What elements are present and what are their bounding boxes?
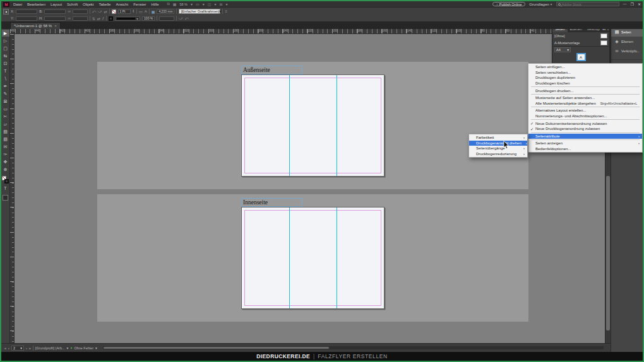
spread-title-frame[interactable]: Innenseite <box>241 198 302 207</box>
zoom-tool[interactable]: ⊕ <box>2 166 9 173</box>
page-number-dropdown[interactable]: 2 ▾ <box>11 346 24 351</box>
note-tool[interactable]: ✉ <box>2 143 9 150</box>
submenu-item[interactable]: ✓ Farbetikett › <box>469 135 527 141</box>
format-container-icon[interactable]: ▭ <box>139 9 143 14</box>
document-page[interactable] <box>241 74 385 177</box>
arrange-documents-dropdown-icon[interactable]: ▾ <box>214 2 216 6</box>
rectangle-tool[interactable]: ▭ <box>2 105 9 112</box>
master-page-thumbnail[interactable] <box>600 33 607 38</box>
arrange-documents-icon[interactable]: ◫ <box>208 2 212 6</box>
rotate-ccw-icon[interactable]: ⤺ <box>92 9 96 14</box>
menu-bar-item[interactable]: Tabelle <box>98 3 111 6</box>
reference-point-proxy[interactable] <box>3 9 9 15</box>
menu-item[interactable]: ✓ Neue Druckbogenanordnung zulassen › <box>528 126 642 132</box>
bridge-icon[interactable]: ⧉ <box>167 2 169 6</box>
scale-y-field[interactable] <box>73 16 88 21</box>
submenu-item[interactable]: ✓ Druckbogenansicht drehen › <box>469 141 527 146</box>
corner-options-icon[interactable]: ▦ <box>152 9 155 14</box>
window-minimize-button[interactable]: — <box>623 2 627 6</box>
publish-online-button[interactable]: ↑ Publish Online <box>492 2 525 6</box>
constrain-proportions-icon[interactable]: ∞ <box>68 9 70 13</box>
submenu-item[interactable]: ✓ Seitenübergänge › <box>469 146 527 151</box>
eyedropper-tool[interactable]: ✑ <box>2 151 9 158</box>
document-tab[interactable]: *Unbenannt-1 @ 58 % × <box>10 22 61 29</box>
page-size-dropdown[interactable]: A4 ▾ <box>554 47 571 52</box>
panel-menu-icon[interactable]: ≡ <box>225 9 227 13</box>
submenu-item[interactable]: ✓ Druckbogenreduzierung › <box>469 151 527 157</box>
stroke-swatch[interactable] <box>109 16 113 21</box>
menu-bar-item[interactable]: Datei <box>13 3 23 6</box>
apply-formatting-icon[interactable]: T <box>2 185 9 192</box>
fill-swatch-none[interactable] <box>112 9 116 14</box>
effects-dropdown[interactable] <box>159 16 174 21</box>
stroke-weight-down-icon[interactable]: ▼ <box>133 11 134 13</box>
gradient-feather-tool[interactable]: ▨ <box>2 136 9 143</box>
gap-tool[interactable]: ⇆ <box>2 52 9 59</box>
pen-tool[interactable]: ✒ <box>2 83 9 90</box>
menu-item[interactable]: ✓ Alle Musterseitenobjekte übergehen Str… <box>528 101 642 107</box>
width-field[interactable] <box>44 9 66 14</box>
redo-icon[interactable]: ⤻ <box>179 16 182 21</box>
rectangle-frame-tool[interactable]: ⊠ <box>2 98 9 105</box>
opacity-field[interactable]: 100 % <box>142 16 155 21</box>
spread-title-frame[interactable]: Außenseite <box>241 66 302 74</box>
menu-item[interactable]: ✓ Seitenattribute › <box>528 134 642 139</box>
corner-radius-field[interactable]: 4,233 mm <box>157 9 174 14</box>
window-restore-button[interactable]: ❐ <box>631 2 634 6</box>
workspace-dropdown-icon[interactable]: ▾ <box>551 2 552 6</box>
stroke-weight-field[interactable]: 1 Pt <box>118 9 131 14</box>
menu-item[interactable]: ✓ Druckbogen drucken... › <box>528 88 642 93</box>
horizontal-ruler[interactable]: 4604404204003803603403203002802602402202… <box>10 29 605 34</box>
hand-tool[interactable]: ✥ <box>2 158 9 165</box>
screen-mode-icon[interactable]: ▭ <box>196 2 200 6</box>
screen-mode-dropdown-icon[interactable]: ▾ <box>203 2 205 6</box>
menu-item[interactable]: ✓ Seiten einfügen... › <box>528 64 642 70</box>
object-style-dropdown[interactable]: [Einfacher Grafikrahmen] ▾ <box>179 9 220 14</box>
free-transform-tool[interactable]: ▱ <box>2 120 9 127</box>
workspace-switcher[interactable]: Grundlagen <box>529 3 549 6</box>
adobe-stock-search[interactable] <box>556 2 619 6</box>
next-page-button[interactable]: › <box>26 346 27 350</box>
zoom-level-value[interactable]: 58 % <box>179 3 188 6</box>
master-page-row[interactable]: [Ohne] <box>552 32 609 39</box>
vertical-scrollbar-thumb[interactable] <box>606 176 610 330</box>
menu-item[interactable]: ✓ Druckbogen löschen › <box>528 81 642 86</box>
direct-selection-tool[interactable]: ▷ <box>2 37 9 44</box>
dock-item-ebenen[interactable]: ◈ Ebenen <box>611 37 643 46</box>
preflight-status-label[interactable]: Ohne Fehler <box>74 346 93 350</box>
last-page-button[interactable]: » <box>29 346 31 350</box>
document-tab-close-icon[interactable]: × <box>54 24 57 28</box>
vertical-ruler[interactable] <box>10 34 15 343</box>
menu-item[interactable]: ✓ Musterseite auf Seiten anwenden... › <box>528 95 642 101</box>
menu-bar-item[interactable]: Layout <box>50 3 63 6</box>
menu-bar-item[interactable]: Ansicht <box>115 3 129 6</box>
page-tool[interactable]: ▢ <box>2 45 9 52</box>
fill-stroke-swatches[interactable] <box>2 176 9 184</box>
fx-icon[interactable]: ƒ <box>102 16 104 20</box>
gradient-tool[interactable]: ▧ <box>2 128 9 135</box>
menu-bar-item[interactable]: Hilfe <box>150 3 159 6</box>
menu-bar-item[interactable]: Schrift <box>66 3 78 6</box>
menu-item[interactable]: ✓ Neue Dokumentseitenanordnung zulassen … <box>528 120 642 126</box>
menu-bar-item[interactable]: Bearbeiten <box>27 3 46 6</box>
stock-search-input[interactable] <box>562 3 617 6</box>
flip-horizontal-icon[interactable]: ⇄ <box>104 9 107 14</box>
type-tool[interactable]: T <box>2 67 9 74</box>
horizontal-scrollbar[interactable] <box>103 346 604 349</box>
y-position-field[interactable] <box>16 16 37 21</box>
horizontal-scrollbar-thumb[interactable] <box>104 347 329 349</box>
view-options-icon[interactable]: ▦ <box>173 2 177 6</box>
rotate-cw-icon[interactable]: ⤻ <box>98 9 102 14</box>
first-page-button[interactable]: « <box>4 346 6 350</box>
undo-icon[interactable]: ⤺ <box>185 16 189 21</box>
document-page[interactable] <box>241 207 385 309</box>
x-position-field[interactable] <box>16 9 37 14</box>
master-page-thumbnail[interactable] <box>600 40 607 45</box>
preflight-status-dropdown-icon[interactable]: ▾ <box>95 346 97 350</box>
menu-item[interactable]: ✓ Seiten anzeigen › <box>528 141 642 146</box>
app-grid-icon[interactable]: ⊞ <box>219 2 222 6</box>
menu-bar-item[interactable]: Fenster <box>133 3 146 6</box>
menu-item[interactable]: ✓ Bedienfeldoptionen... › <box>528 146 642 152</box>
flip-vertical-icon[interactable]: ⇅ <box>92 16 95 21</box>
scale-x-field[interactable] <box>73 9 88 14</box>
